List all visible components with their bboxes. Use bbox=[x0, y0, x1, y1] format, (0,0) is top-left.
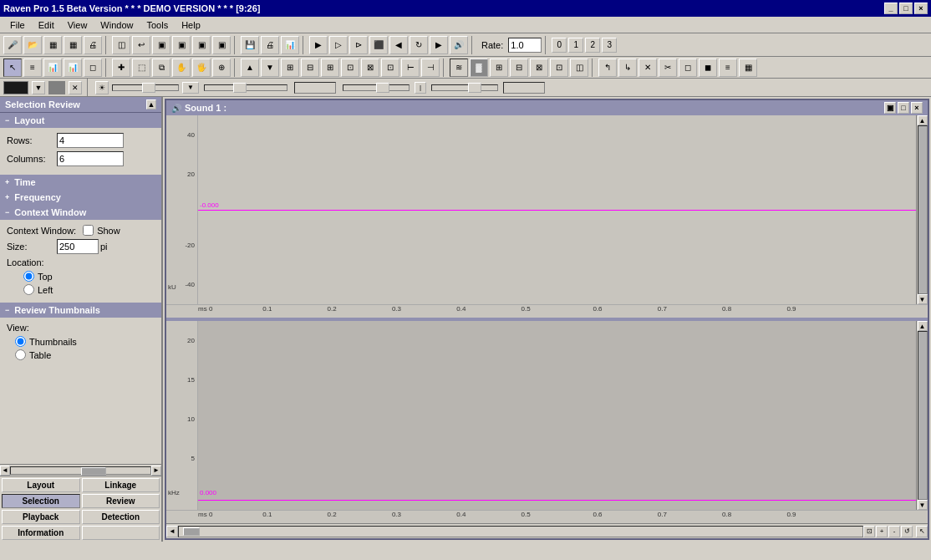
menu-window[interactable]: Window bbox=[94, 18, 140, 32]
tab-review[interactable]: Review bbox=[82, 494, 160, 508]
cut-btn[interactable]: ✂ bbox=[659, 59, 677, 77]
zoom5-tool[interactable]: ⊠ bbox=[361, 59, 379, 77]
tb-btn-6[interactable]: ↩ bbox=[132, 36, 150, 54]
rows-input[interactable] bbox=[57, 133, 124, 148]
rate-3-button[interactable]: 3 bbox=[602, 38, 617, 53]
play-button[interactable]: ▶ bbox=[309, 36, 328, 54]
rate-input[interactable] bbox=[508, 38, 542, 53]
stop-button[interactable]: ⬛ bbox=[369, 36, 388, 54]
grid5-btn[interactable]: ⊠ bbox=[530, 59, 548, 77]
context-window-checkbox[interactable] bbox=[83, 225, 94, 236]
sound-hscroll-track[interactable] bbox=[178, 526, 863, 537]
zoom8-tool[interactable]: ⊣ bbox=[421, 59, 440, 77]
vscroll-track-1[interactable] bbox=[918, 125, 928, 294]
tab-layout[interactable]: Layout bbox=[2, 478, 80, 492]
vscroll-up-btn-2[interactable]: ▲ bbox=[918, 321, 928, 331]
tb-btn-5[interactable]: ◫ bbox=[112, 36, 130, 54]
bar-chart2-tool[interactable]: 📊 bbox=[64, 59, 82, 77]
vol-button[interactable]: 🔊 bbox=[450, 36, 468, 54]
zoom-sel-tool[interactable]: ⊞ bbox=[321, 59, 339, 77]
waveform-canvas[interactable]: -0.000 bbox=[198, 115, 916, 304]
panel-maximize-btn[interactable]: □ bbox=[898, 102, 909, 114]
brightness-icon[interactable]: ☀ bbox=[95, 81, 109, 94]
loop-button[interactable]: ↻ bbox=[410, 36, 428, 54]
panel-restore-btn[interactable]: ▣ bbox=[884, 102, 896, 114]
tb-extra-2[interactable]: ◼ bbox=[699, 59, 717, 77]
lp-scroll-left[interactable]: ◄ bbox=[0, 466, 10, 476]
box-tool[interactable]: ◻ bbox=[84, 59, 102, 77]
rate-1-button[interactable]: 1 bbox=[568, 38, 583, 53]
next-sel-btn[interactable]: ↳ bbox=[618, 59, 637, 77]
columns-input[interactable] bbox=[57, 151, 124, 166]
top-radio[interactable] bbox=[23, 271, 34, 282]
grid-button[interactable]: ▦ bbox=[43, 36, 62, 54]
tab-linkage[interactable]: Linkage bbox=[82, 478, 160, 492]
pan-tool[interactable]: 🖐 bbox=[192, 59, 211, 77]
menu-tools[interactable]: Tools bbox=[140, 18, 175, 32]
next-button[interactable]: ▶ bbox=[430, 36, 448, 54]
play2-button[interactable]: ▷ bbox=[329, 36, 348, 54]
rate-0-button[interactable]: 0 bbox=[552, 38, 567, 53]
zoom-fit-btn[interactable]: ⊡ bbox=[863, 526, 875, 537]
zoom6-tool[interactable]: ⊡ bbox=[381, 59, 399, 77]
rect-sel-tool[interactable]: ⬚ bbox=[132, 59, 150, 77]
section-context-header[interactable]: − Context Window bbox=[0, 205, 161, 220]
zoom-out-small-btn[interactable]: - bbox=[888, 526, 900, 537]
tb-extra-3[interactable]: ≡ bbox=[719, 59, 737, 77]
list-tool[interactable]: ≡ bbox=[23, 59, 42, 77]
tb-btn-9[interactable]: ▣ bbox=[192, 36, 211, 54]
close-button[interactable]: × bbox=[914, 3, 928, 14]
color-arrow-icon[interactable]: ▼ bbox=[32, 81, 45, 94]
grid2-button[interactable]: ▦ bbox=[64, 36, 82, 54]
vscroll-down-btn-2[interactable]: ▼ bbox=[918, 500, 928, 510]
hand-tool[interactable]: ✋ bbox=[172, 59, 191, 77]
section-time-header[interactable]: + Time bbox=[0, 175, 161, 190]
tb-btn-8[interactable]: ▣ bbox=[172, 36, 191, 54]
zoom-reset-btn[interactable]: ↺ bbox=[901, 526, 913, 537]
select-tool[interactable]: ↖ bbox=[3, 59, 22, 77]
panel-scroll-up[interactable]: ▲ bbox=[146, 99, 156, 109]
section-thumbnails-header[interactable]: − Review Thumbnails bbox=[0, 303, 161, 318]
menu-view[interactable]: View bbox=[61, 18, 94, 32]
rate-2-button[interactable]: 2 bbox=[585, 38, 600, 53]
del-btn[interactable]: ✕ bbox=[638, 59, 657, 77]
zoom-down-tool[interactable]: ▼ bbox=[261, 59, 279, 77]
tb-btn-12[interactable]: 🖨 bbox=[261, 36, 279, 54]
left-radio[interactable] bbox=[23, 284, 34, 295]
play3-button[interactable]: ⊳ bbox=[349, 36, 368, 54]
menu-help[interactable]: Help bbox=[175, 18, 207, 32]
thumbnails-radio[interactable] bbox=[15, 336, 26, 347]
color-picker-1[interactable] bbox=[3, 81, 28, 94]
menu-file[interactable]: File bbox=[3, 18, 32, 32]
tb-btn-11[interactable]: 💾 bbox=[241, 36, 259, 54]
crosshair-tool[interactable]: ⊕ bbox=[212, 59, 231, 77]
tb-extra-1[interactable]: ◻ bbox=[679, 59, 697, 77]
fit-tool[interactable]: ⊡ bbox=[341, 59, 359, 77]
lp-scroll-track[interactable] bbox=[10, 466, 151, 475]
vscroll-down-btn[interactable]: ▼ bbox=[918, 294, 928, 304]
bar-chart-tool[interactable]: 📊 bbox=[43, 59, 62, 77]
zoom-in-small-btn[interactable]: + bbox=[876, 526, 888, 537]
spec-btn[interactable]: ▓ bbox=[470, 59, 488, 77]
record-button[interactable]: 🎤 bbox=[3, 36, 22, 54]
prev-sel-btn[interactable]: ↰ bbox=[598, 59, 617, 77]
tab-detection[interactable]: Detection bbox=[82, 510, 160, 524]
vscroll-track-2[interactable] bbox=[918, 331, 928, 500]
tb-extra-4[interactable]: ▦ bbox=[739, 59, 757, 77]
tb-btn-13[interactable]: 📊 bbox=[281, 36, 299, 54]
section-frequency-header[interactable]: + Frequency bbox=[0, 190, 161, 205]
sound-scroll-left[interactable]: ◄ bbox=[166, 526, 178, 537]
menu-edit[interactable]: Edit bbox=[32, 18, 61, 32]
color-close-icon[interactable]: ✕ bbox=[69, 81, 82, 94]
tb-btn-7[interactable]: ▣ bbox=[152, 36, 170, 54]
prev-button[interactable]: ◀ bbox=[389, 36, 408, 54]
tab-information[interactable]: Information bbox=[2, 526, 80, 540]
draw-tool[interactable]: ✚ bbox=[112, 59, 130, 77]
copy-tool[interactable]: ⧉ bbox=[152, 59, 170, 77]
vscroll-up-btn[interactable]: ▲ bbox=[918, 115, 928, 125]
maximize-button[interactable]: □ bbox=[899, 3, 913, 14]
grid4-btn[interactable]: ⊟ bbox=[510, 59, 528, 77]
zoom7-tool[interactable]: ⊢ bbox=[401, 59, 420, 77]
panel-close-btn[interactable]: × bbox=[911, 102, 923, 114]
color-picker-2[interactable] bbox=[48, 81, 65, 94]
